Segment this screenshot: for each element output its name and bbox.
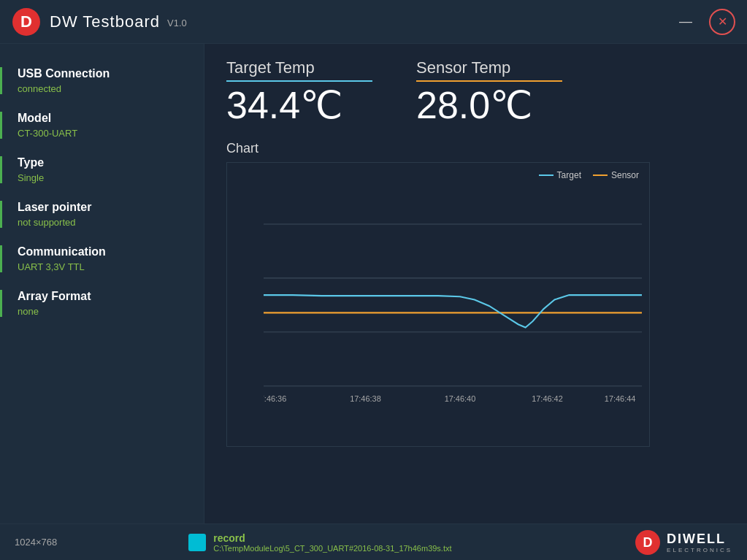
diwell-logo-icon: D xyxy=(635,529,661,556)
sensor-temp-label: Sensor Temp xyxy=(416,58,562,82)
model-label: Model xyxy=(18,112,189,125)
array-format-label: Array Format xyxy=(18,290,189,303)
bottom-bar: 1024×768 record C:\TempModuleLog\5_CT_30… xyxy=(0,523,747,560)
sidebar-item-type: Type Single xyxy=(0,147,204,192)
legend-target-label: Target xyxy=(557,170,581,180)
sidebar: USB Connection connected Model CT-300-UA… xyxy=(0,44,204,523)
array-format-value: none xyxy=(18,306,189,317)
laser-pointer-label: Laser pointer xyxy=(18,201,189,214)
legend-sensor: Sensor xyxy=(593,170,639,180)
chart-container: Chart Target Sensor xyxy=(226,141,725,509)
model-value: CT-300-UART xyxy=(18,128,189,139)
chart-svg: 0 20 40 60 17:46:36 17:46:38 17:46:40 17… xyxy=(264,170,642,417)
sidebar-item-model: Model CT-300-UART xyxy=(0,103,204,147)
laser-pointer-value: not supported xyxy=(18,217,189,228)
usb-connection-value: connected xyxy=(18,83,189,94)
legend-sensor-label: Sensor xyxy=(611,170,639,180)
main-layout: USB Connection connected Model CT-300-UA… xyxy=(0,44,747,523)
sidebar-item-laser-pointer: Laser pointer not supported xyxy=(0,192,204,237)
record-title: record xyxy=(213,532,451,544)
svg-text:D: D xyxy=(643,535,653,550)
sidebar-item-usb-connection: USB Connection connected xyxy=(0,58,204,103)
app-logo-icon: D xyxy=(12,7,41,37)
content-area: Target Temp 34.4℃ Sensor Temp 28.0℃ Char… xyxy=(204,44,747,523)
communication-value: UART 3,3V TTL xyxy=(18,261,189,272)
communication-label: Communication xyxy=(18,245,189,258)
chart-legend: Target Sensor xyxy=(539,170,639,180)
svg-text:17:46:36: 17:46:36 xyxy=(264,394,286,403)
record-path: C:\TempModuleLog\5_CT_300_UART#2016-08-3… xyxy=(213,544,451,553)
legend-target-line xyxy=(539,174,553,176)
target-temp-value: 34.4℃ xyxy=(226,85,342,126)
legend-target: Target xyxy=(539,170,581,180)
diwell-logo: D DIWELL ELECTRONICS xyxy=(635,529,732,556)
record-indicator-icon xyxy=(188,534,206,551)
svg-text:17:46:44: 17:46:44 xyxy=(605,394,636,403)
temperature-display-row: Target Temp 34.4℃ Sensor Temp 28.0℃ xyxy=(226,58,725,126)
diwell-subtitle: ELECTRONICS xyxy=(667,547,732,553)
target-temp-label: Target Temp xyxy=(226,58,372,82)
chart-wrapper: Target Sensor 0 20 xyxy=(226,162,650,447)
app-title: DW Testboard xyxy=(50,12,160,31)
diwell-brand: DIWELL ELECTRONICS xyxy=(667,532,732,553)
close-button[interactable]: ✕ xyxy=(709,9,735,35)
svg-text:D: D xyxy=(20,12,32,31)
sensor-temp-value: 28.0℃ xyxy=(416,85,532,126)
svg-text:17:46:38: 17:46:38 xyxy=(350,394,381,403)
record-section: record C:\TempModuleLog\5_CT_300_UART#20… xyxy=(188,532,451,553)
svg-text:17:46:40: 17:46:40 xyxy=(445,394,476,403)
type-label: Type xyxy=(18,156,189,169)
target-temp-block: Target Temp 34.4℃ xyxy=(226,58,372,126)
sensor-temp-block: Sensor Temp 28.0℃ xyxy=(416,58,562,126)
window-controls: — ✕ xyxy=(674,9,735,35)
title-bar: D DW Testboard V1.0 — ✕ xyxy=(0,0,747,44)
minimize-button[interactable]: — xyxy=(674,10,697,34)
resolution-label: 1024×768 xyxy=(15,537,57,548)
app-version: V1.0 xyxy=(167,18,187,28)
record-text: record C:\TempModuleLog\5_CT_300_UART#20… xyxy=(213,532,451,553)
type-value: Single xyxy=(18,172,189,183)
svg-text:17:46:42: 17:46:42 xyxy=(532,394,563,403)
chart-title: Chart xyxy=(226,141,725,156)
usb-connection-label: USB Connection xyxy=(18,67,189,80)
legend-sensor-line xyxy=(593,174,608,176)
diwell-name: DIWELL xyxy=(667,532,726,546)
sidebar-item-array-format: Array Format none xyxy=(0,281,204,326)
sidebar-item-communication: Communication UART 3,3V TTL xyxy=(0,237,204,281)
